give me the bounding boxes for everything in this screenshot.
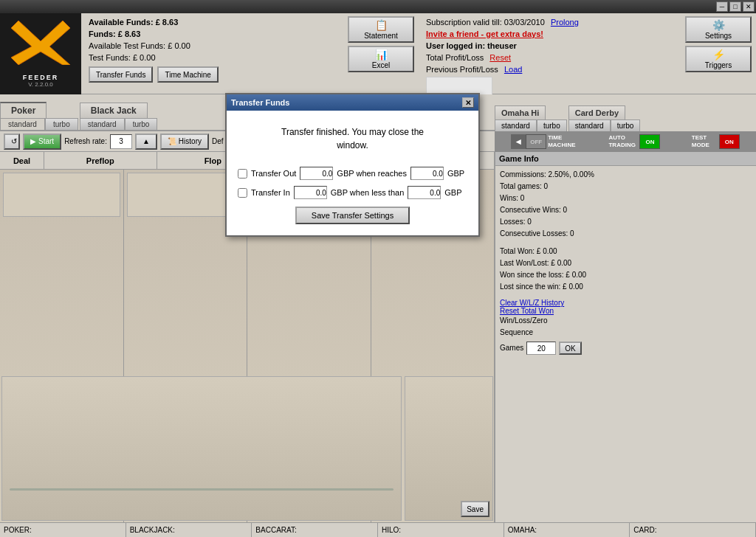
modal-close-button[interactable]: ✕ (462, 97, 474, 108)
save-transfer-settings-button[interactable]: Save Transfer Settings (295, 207, 410, 224)
gbp-when-less-label: GBP when less than (331, 188, 404, 197)
maximize-button[interactable]: □ (729, 1, 741, 12)
modal-body: Transfer finished. You may close the win… (227, 111, 478, 235)
transfer-in-row: Transfer In GBP when less than GBP (238, 186, 467, 199)
gbp-label-2: GBP (444, 188, 461, 197)
modal-overlay: Transfer Funds ✕ Transfer finished. You … (0, 13, 756, 537)
transfer-in-label: Transfer In (251, 188, 290, 197)
modal-message: Transfer finished. You may close the win… (238, 125, 467, 152)
close-button[interactable]: ✕ (743, 1, 755, 12)
transfer-out-reaches-input[interactable] (410, 167, 444, 180)
transfer-funds-modal: Transfer Funds ✕ Transfer finished. You … (225, 93, 480, 237)
modal-title: Transfer Funds (231, 98, 289, 107)
title-bar: ─ □ ✕ (0, 0, 756, 13)
transfer-in-checkbox[interactable] (238, 188, 247, 198)
gbp-label-1: GBP (447, 169, 464, 178)
transfer-out-label: Transfer Out (251, 169, 296, 178)
transfer-out-checkbox[interactable] (238, 169, 247, 179)
app-area: FEEDER V. 2.2.0.0 Available Funds: £ 8.6… (0, 13, 756, 537)
transfer-in-value-input[interactable] (294, 186, 327, 199)
transfer-out-row: Transfer Out GBP when reaches GBP (238, 167, 467, 180)
modal-title-bar: Transfer Funds ✕ (227, 94, 478, 111)
gbp-when-reaches-label: GBP when reaches (337, 169, 407, 178)
transfer-out-value-input[interactable] (300, 167, 333, 180)
minimize-button[interactable]: ─ (716, 1, 728, 12)
transfer-in-less-input[interactable] (408, 186, 441, 199)
